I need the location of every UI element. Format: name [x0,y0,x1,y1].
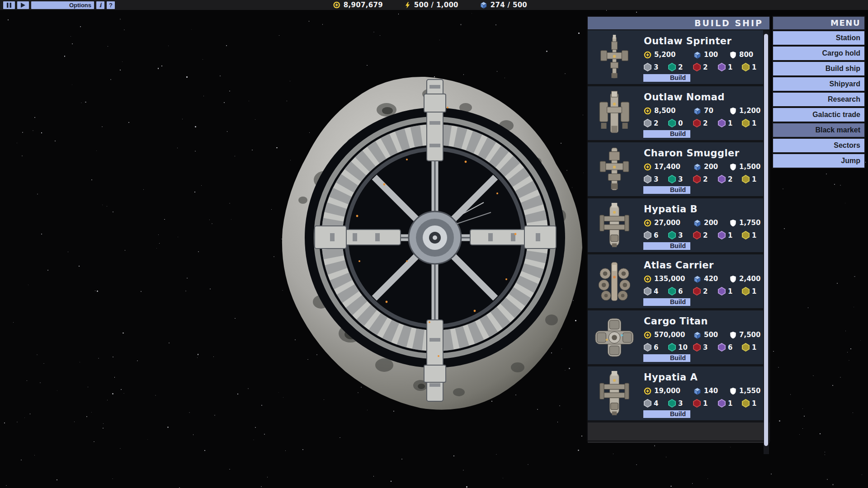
purple-hex-icon [718,343,726,352]
menu-item-galactic-trade[interactable]: Galactic trade [773,108,864,122]
gray-hex-icon [644,119,651,127]
material-amount: 1 [752,287,756,296]
menu-item-black-market[interactable]: Black market [773,123,864,137]
ship-name: Hypatia B [644,204,698,215]
scrollbar-track[interactable] [764,31,769,454]
cargo-cube-icon [693,275,701,283]
red-material-cost: 2 [693,175,708,183]
energy-bolt-icon [405,2,411,9]
purple-hex-icon [718,399,726,408]
red-hex-icon [693,399,701,408]
build-button[interactable]: Build [643,298,690,306]
material-amount: 2 [728,175,732,183]
gray-material-cost: 4 [644,399,658,408]
ship-entry: Atlas Carrier 135,000 420 2,400 46211 Bu… [588,254,763,308]
material-amount: 6 [678,287,683,296]
green-hex-icon [668,119,676,127]
yellow-hex-icon [742,399,750,408]
menu-item-shipyard[interactable]: Shipyard [773,77,864,91]
material-amount: 6 [728,343,732,352]
menu-item-build-ship[interactable]: Build ship [773,62,864,75]
ship-shield-value: 800 [730,51,753,59]
shield-icon [730,275,736,283]
ship-name: Outlaw Sprinter [644,36,731,47]
cargo-cube-icon [693,163,701,171]
yellow-hex-icon [742,119,750,127]
help-button[interactable]: ? [107,1,115,9]
shield-icon [730,331,736,339]
material-amount: 3 [678,231,683,239]
material-amount: 3 [654,175,658,183]
cargo-cube-icon [693,219,701,227]
purple-material-cost: 1 [718,231,732,239]
credits-counter: 8,907,679 [333,1,383,9]
ship-credits-cost: 8,500 [644,107,675,115]
menu-item-jump[interactable]: Jump [773,154,864,168]
energy-value: 500 / 1,000 [414,1,458,9]
yellow-material-cost: 1 [742,175,756,183]
purple-hex-icon [718,231,726,239]
ship-name: Hypatia A [644,372,698,383]
red-hex-icon [693,287,701,296]
credits-coin-icon [644,387,651,395]
help-icon: ? [109,2,113,9]
purple-material-cost: 1 [718,119,732,127]
red-hex-icon [693,119,701,127]
ship-cargo-capacity: 200 [693,219,718,227]
info-button[interactable]: i [96,1,104,9]
credits-coin-icon [644,51,651,59]
smuggler-ship-sprite [588,142,641,196]
material-amount: 2 [703,287,708,296]
build-button[interactable]: Build [643,354,690,362]
material-amount: 2 [654,119,658,127]
material-amount: 3 [678,175,683,183]
green-hex-icon [668,399,676,408]
material-amount: 1 [752,63,756,71]
purple-material-cost: 2 [718,175,732,183]
green-hex-icon [668,231,676,239]
green-material-cost: 3 [668,175,683,183]
green-material-cost: 2 [668,63,683,71]
red-hex-icon [693,231,701,239]
gray-material-cost: 4 [644,287,658,296]
build-button[interactable]: Build [643,74,690,82]
red-material-cost: 3 [693,343,708,352]
ship-name: Cargo Titan [644,316,708,327]
red-material-cost: 2 [693,119,708,127]
red-hex-icon [693,343,701,352]
play-button[interactable] [17,1,29,9]
yellow-hex-icon [742,231,750,239]
build-button[interactable]: Build [643,242,690,250]
gray-material-cost: 3 [644,63,658,71]
ship-shield-value: 1,550 [730,387,760,395]
info-icon: i [99,2,102,9]
menu-item-sectors[interactable]: Sectors [773,139,864,152]
green-material-cost: 10 [668,343,688,352]
sprinter-ship-sprite [588,30,641,84]
credits-value: 8,907,679 [344,1,383,9]
build-button[interactable]: Build [643,186,690,194]
green-material-cost: 6 [668,287,683,296]
green-hex-icon [668,343,676,352]
scrollbar-thumb[interactable] [764,34,768,446]
material-amount: 1 [728,119,732,127]
credits-coin-icon [644,275,651,283]
gray-material-cost: 3 [644,175,658,183]
build-button[interactable]: Build [643,130,690,138]
hypatia-ship-sprite [588,198,641,252]
ship-credits-cost: 570,000 [644,331,685,339]
gray-hex-icon [644,63,651,71]
build-button[interactable]: Build [643,410,690,418]
credits-coin-icon [644,219,651,227]
menu-item-research[interactable]: Research [773,93,864,106]
ship-name: Charon Smuggler [644,148,739,159]
cargo-cube-icon [693,51,701,59]
options-button[interactable]: Options [31,1,94,9]
material-amount: 3 [678,399,683,408]
shield-icon [730,219,736,227]
pause-button[interactable] [3,1,15,9]
ship-entry: Outlaw Sprinter 5,200 100 800 32211 Buil… [588,30,763,84]
menu-item-station[interactable]: Station [773,31,864,45]
menu-item-cargo-hold[interactable]: Cargo hold [773,47,864,60]
ship-shield-value: 1,500 [730,163,760,171]
